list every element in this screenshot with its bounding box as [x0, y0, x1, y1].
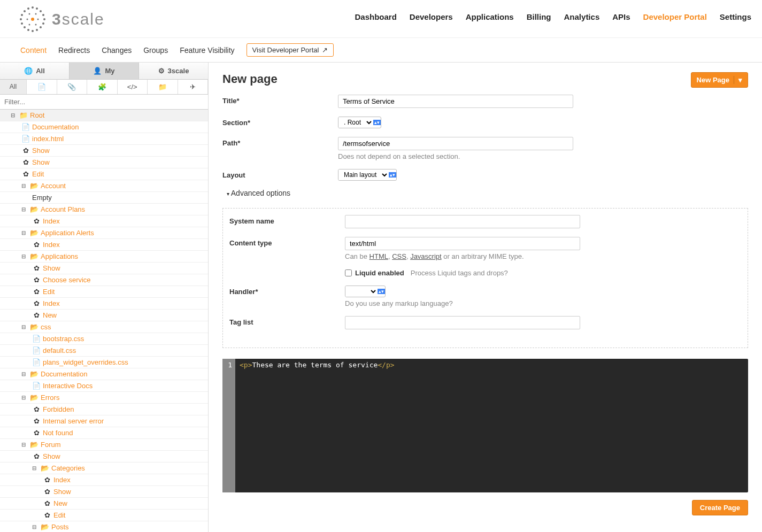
- tree-row[interactable]: 📄index.html: [0, 133, 208, 145]
- subnav-content[interactable]: Content: [20, 46, 47, 55]
- gear-icon: ✿: [32, 299, 41, 307]
- filter-tab-code-icon[interactable]: </>: [118, 80, 148, 94]
- advanced-options-toggle[interactable]: Advanced options: [225, 189, 293, 197]
- svg-point-19: [37, 19, 39, 20]
- tree-row[interactable]: ✿Edit: [0, 168, 208, 180]
- tree-row-applications[interactable]: ⊟📂Applications: [0, 251, 208, 263]
- path-input[interactable]: [338, 137, 573, 150]
- handler-select[interactable]: ▴▾: [345, 286, 386, 297]
- content-type-input[interactable]: [345, 237, 580, 250]
- tree-row[interactable]: 📄plans_widget_overrides.css: [0, 357, 208, 368]
- tree-row[interactable]: ✿Show: [0, 263, 208, 274]
- filter-tab-file-icon[interactable]: 📄: [27, 80, 57, 94]
- tree-row[interactable]: 📄Documentation: [0, 121, 208, 133]
- globe-icon: 🌐: [24, 67, 33, 75]
- new-page-button[interactable]: New Page ▾: [691, 72, 748, 88]
- sidebar-tab-3scale[interactable]: ⚙3scale: [139, 63, 208, 79]
- nav-settings[interactable]: Settings: [720, 12, 751, 25]
- filter-tab-send-icon[interactable]: ✈: [178, 80, 209, 94]
- tree-row[interactable]: ✿Show: [0, 486, 208, 498]
- gear-icon: ✿: [21, 147, 30, 155]
- folder-open-icon: 📂: [30, 441, 39, 449]
- liquid-enabled-checkbox[interactable]: [345, 269, 352, 276]
- nav-billing[interactable]: Billing: [527, 12, 551, 25]
- tree-row[interactable]: ✿Forbidden: [0, 404, 208, 415]
- sidebar-tab-my[interactable]: 👤My: [70, 63, 139, 79]
- tag-list-label: Tag list: [229, 316, 345, 326]
- section-select[interactable]: . Root ▴▾: [338, 117, 381, 128]
- file-icon: 📄: [21, 135, 30, 143]
- logo: 3scale: [19, 5, 105, 33]
- tree-row-app-alerts[interactable]: ⊟📂Application Alerts: [0, 227, 208, 239]
- tree-row-documentation[interactable]: ⊟📂Documentation: [0, 368, 208, 380]
- gear-icon: ✿: [32, 417, 41, 425]
- handler-help: Do you use any markup language?: [345, 299, 580, 307]
- nav-developers[interactable]: Developers: [410, 12, 453, 25]
- nav-applications[interactable]: Applications: [466, 12, 514, 25]
- tree-row-categories[interactable]: ⊟📂Categories: [0, 462, 208, 474]
- subnav-feature-visibility[interactable]: Feature Visibility: [180, 46, 234, 55]
- svg-point-0: [32, 6, 34, 9]
- gear-icon: ✿: [32, 276, 41, 284]
- tree-row[interactable]: ✿Show: [0, 145, 208, 157]
- tree-row[interactable]: ✿Index: [0, 239, 208, 251]
- gear-icon: ✿: [43, 488, 51, 496]
- tree-row[interactable]: ✿Show: [0, 157, 208, 168]
- layout-select[interactable]: Main layout ▴▾: [338, 169, 397, 181]
- tree-row[interactable]: ✿Choose service: [0, 274, 208, 286]
- subnav-groups[interactable]: Groups: [143, 46, 168, 55]
- code-editor[interactable]: 1 <p>These are the terms of service</p>: [222, 359, 748, 492]
- subnav-changes[interactable]: Changes: [102, 46, 132, 55]
- folder-open-icon: 📂: [30, 252, 39, 260]
- filter-input[interactable]: [0, 95, 208, 110]
- tree-row[interactable]: ✿Edit: [0, 286, 208, 298]
- nav-dashboard[interactable]: Dashboard: [355, 12, 396, 25]
- select-arrows-icon: ▴▾: [378, 289, 385, 294]
- title-label: Title*: [222, 95, 338, 105]
- logo-mark-icon: [19, 5, 47, 33]
- editor-body[interactable]: <p>These are the terms of service</p>: [235, 359, 748, 492]
- visit-developer-portal-button[interactable]: Visit Developer Portal ↗: [247, 43, 334, 57]
- tree-row-account[interactable]: ⊟📂Account: [0, 180, 208, 192]
- title-input[interactable]: [338, 95, 573, 108]
- filter-tab-all[interactable]: All: [0, 80, 27, 94]
- tree-row[interactable]: ✿Edit: [0, 510, 208, 521]
- sidebar-tab-all[interactable]: 🌐All: [0, 63, 70, 79]
- tree-row[interactable]: ✿New: [0, 498, 208, 510]
- tag-list-input[interactable]: [345, 316, 580, 329]
- create-page-button[interactable]: Create Page: [692, 500, 748, 515]
- tree-row-forum[interactable]: ⊟📂Forum: [0, 439, 208, 451]
- tree-row[interactable]: ✿Index: [0, 215, 208, 227]
- tree-row[interactable]: ✿Index: [0, 298, 208, 310]
- nav-apis[interactable]: APIs: [612, 12, 630, 25]
- tree-row[interactable]: ✿Internal server error: [0, 415, 208, 427]
- tree-row[interactable]: 📄Interactive Docs: [0, 380, 208, 392]
- tree-row[interactable]: ✿Index: [0, 474, 208, 486]
- filter-tab-attachment-icon[interactable]: 📎: [57, 80, 88, 94]
- tree-row[interactable]: 📄bootstrap.css: [0, 333, 208, 345]
- subnav-redirects[interactable]: Redirects: [58, 46, 90, 55]
- svg-point-15: [27, 7, 29, 10]
- filter-tab-folder-icon[interactable]: 📁: [148, 80, 178, 94]
- system-name-input[interactable]: [345, 215, 580, 228]
- tree-row-account-plans[interactable]: ⊟📂Account Plans: [0, 204, 208, 215]
- tree-row[interactable]: Empty: [0, 192, 208, 204]
- svg-point-20: [29, 24, 30, 26]
- tree-row[interactable]: 📄default.css: [0, 345, 208, 357]
- nav-developer-portal[interactable]: Developer Portal: [643, 12, 707, 25]
- tree-row[interactable]: ✿Show: [0, 451, 208, 462]
- tree-row-errors[interactable]: ⊟📂Errors: [0, 392, 208, 404]
- select-arrows-icon: ▴▾: [373, 120, 381, 125]
- filter-tab-puzzle-icon[interactable]: 🧩: [87, 80, 118, 94]
- tree-row[interactable]: ✿New: [0, 310, 208, 321]
- tree-row[interactable]: ✿Not found: [0, 427, 208, 439]
- user-icon: 👤: [93, 67, 102, 75]
- gear-icon: ✿: [21, 170, 30, 178]
- nav-analytics[interactable]: Analytics: [564, 12, 600, 25]
- folder-open-icon: 📂: [30, 370, 39, 378]
- gear-icon: ✿: [32, 311, 41, 319]
- tree-row-posts[interactable]: ⊟📂Posts: [0, 521, 208, 532]
- tree-row-root[interactable]: ⊟📁Root: [0, 110, 208, 121]
- tree-row-css[interactable]: ⊟📂css: [0, 321, 208, 333]
- svg-point-13: [21, 14, 23, 16]
